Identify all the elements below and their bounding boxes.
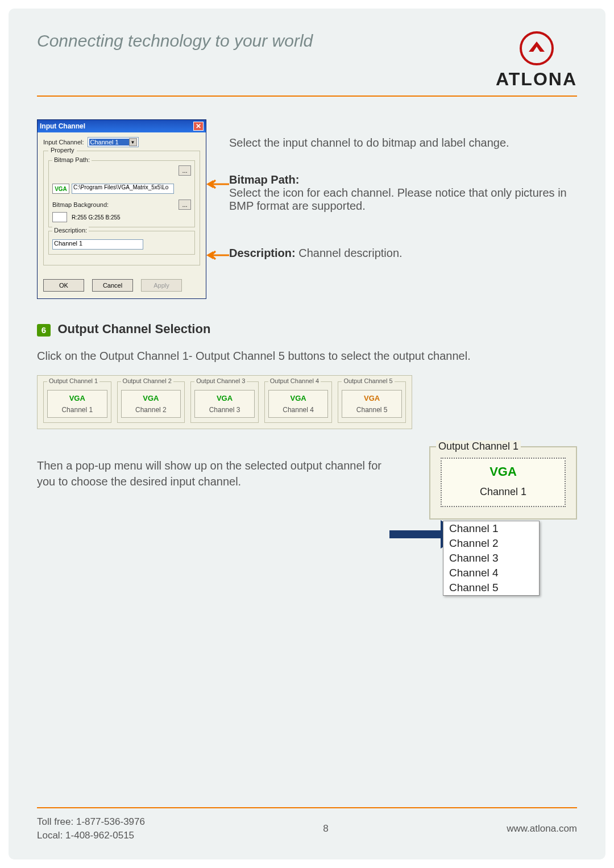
channel-label: Channel 5 (356, 406, 388, 414)
description-input[interactable]: Channel 1 (52, 239, 143, 250)
chevron-down-icon[interactable]: ▼ (129, 138, 137, 146)
input-channel-label: Input Channel: (43, 139, 84, 146)
output-channel-button[interactable]: VGAChannel 5 (342, 390, 402, 418)
output-box-legend: Output Channel 4 (268, 377, 321, 384)
annot-bitmap-text: Select the icon for each channel. Please… (229, 186, 567, 212)
output-channel-box: Output Channel 3VGAChannel 3 (190, 381, 259, 423)
section-6-header: 6 Output Channel Selection (37, 322, 577, 337)
popup-menu-item[interactable]: Channel 3 (443, 551, 539, 566)
output-box-legend: Output Channel 2 (121, 377, 173, 384)
page-number: 8 (323, 823, 328, 834)
section-6-after: Then a pop-up menu will show up on the s… (37, 458, 401, 489)
annot-desc-title: Description: (229, 247, 296, 259)
vga-label: VGA (345, 394, 399, 402)
output-channel-button[interactable]: VGAChannel 3 (194, 390, 255, 418)
tagline: Connecting technology to your world (37, 31, 313, 51)
logo-icon (520, 31, 554, 65)
popup-channel-label: Channel 1 (480, 486, 526, 497)
apply-button[interactable]: Apply (141, 279, 182, 292)
annot-select-text: Select the input channel to do bitmap an… (229, 136, 509, 149)
section-number-badge: 6 (37, 324, 51, 337)
property-legend: Property (48, 147, 77, 153)
description-label: Description: (52, 227, 89, 234)
popup-menu-item[interactable]: Channel 2 (443, 536, 539, 551)
popup-menu-item[interactable]: Channel 4 (443, 566, 539, 580)
brand-logo: ATLONA (496, 31, 577, 90)
annot-desc-text: Channel description. (296, 247, 403, 259)
output-box-legend: Output Channel 3 (194, 377, 247, 384)
popup-vga-label: VGA (446, 464, 560, 479)
annot-bitmap-title: Bitmap Path: (229, 173, 299, 186)
output-channel-button[interactable]: VGAChannel 2 (121, 390, 181, 418)
output-channel-button[interactable]: VGAChannel 4 (268, 390, 329, 418)
section-6-intro: Click on the Output Channel 1- Output Ch… (37, 348, 577, 364)
rgb-text: R:255 G:255 B:255 (72, 214, 121, 221)
bitmap-bg-label: Bitmap Background: (52, 201, 109, 208)
vga-label: VGA (124, 394, 179, 402)
dialog-title: Input Channel (40, 122, 85, 130)
vga-label: VGA (50, 394, 105, 402)
channel-label: Channel 3 (209, 406, 240, 414)
bitmap-swatch: VGA (52, 184, 69, 194)
footer-divider (37, 807, 577, 808)
bitmap-path-input[interactable]: C:\Program Files\VGA_Matrix_5x5\Lo (72, 184, 174, 194)
close-icon[interactable]: ✕ (193, 122, 204, 131)
popup-menu-item[interactable]: Channel 5 (443, 580, 539, 595)
output-channel-box: Output Channel 1VGAChannel 1 (43, 381, 111, 423)
browse-bitmap-button[interactable]: ... (179, 165, 191, 176)
footer-local: Local: 1-408-962-0515 (37, 829, 145, 842)
channel-label: Channel 1 (61, 406, 93, 414)
popup-menu-item[interactable]: Channel 1 (443, 521, 539, 536)
input-channel-combo[interactable]: Channel 1 ▼ (88, 137, 139, 147)
arrow-icon (206, 247, 235, 264)
output-box-legend: Output Channel 1 (47, 377, 99, 384)
input-channel-value: Channel 1 (89, 139, 129, 146)
page-footer: Toll free: 1-877-536-3976 Local: 1-408-9… (37, 815, 577, 842)
annotation-column: Select the input channel to do bitmap an… (229, 119, 577, 299)
output-popup: Output Channel 1 VGA Channel 1 Channel 1… (429, 446, 577, 596)
vga-label: VGA (197, 394, 252, 402)
channel-label: Channel 4 (283, 406, 314, 414)
popup-output-button[interactable]: VGA Channel 1 (441, 458, 566, 507)
footer-tollfree: Toll free: 1-877-536-3976 (37, 815, 145, 829)
output-channel-box: Output Channel 4VGAChannel 4 (264, 381, 333, 423)
output-box-legend: Output Channel 5 (342, 377, 394, 384)
brand-name: ATLONA (496, 69, 577, 90)
section-title: Output Channel Selection (57, 322, 210, 336)
output-channel-box: Output Channel 5VGAChannel 5 (338, 381, 406, 423)
dialog-titlebar: Input Channel ✕ (38, 120, 206, 132)
page-header: Connecting technology to your world ATLO… (37, 31, 577, 97)
footer-url: www.atlona.com (507, 823, 577, 834)
ok-button[interactable]: OK (43, 279, 84, 292)
channel-label: Channel 2 (135, 406, 167, 414)
input-channel-dialog: Input Channel ✕ Input Channel: Channel 1… (37, 119, 206, 299)
popup-menu: Channel 1Channel 2Channel 3Channel 4Chan… (443, 521, 540, 596)
output-channel-button[interactable]: VGAChannel 1 (47, 390, 107, 418)
bg-color-swatch (52, 212, 67, 222)
vga-label: VGA (271, 394, 326, 402)
arrow-icon (206, 176, 235, 193)
browse-bg-button[interactable]: ... (179, 200, 191, 210)
output-channel-box: Output Channel 2VGAChannel 2 (117, 381, 185, 423)
bitmap-path-label: Bitmap Path: (52, 156, 92, 163)
output-channel-strip: Output Channel 1VGAChannel 1Output Chann… (37, 375, 412, 429)
cancel-button[interactable]: Cancel (92, 279, 133, 292)
popup-legend: Output Channel 1 (436, 441, 521, 452)
